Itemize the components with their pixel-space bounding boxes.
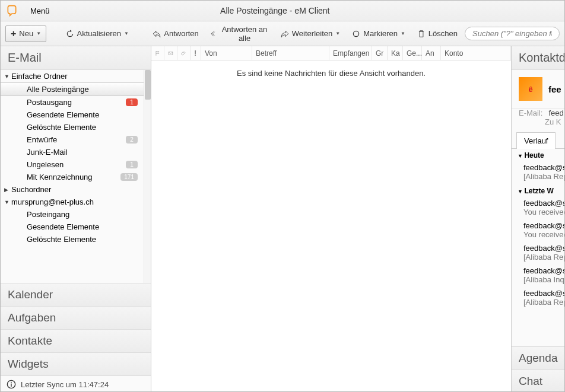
- exclaim-icon: !: [194, 49, 196, 58]
- avatar: ê: [519, 77, 542, 101]
- reply-all-button[interactable]: Antworten an alle: [206, 23, 274, 45]
- history-item[interactable]: feedback@s[Alibaba Rep: [512, 162, 564, 184]
- folder-unread[interactable]: Ungelesen1: [1, 158, 151, 171]
- tab-history[interactable]: Verlauf: [516, 132, 556, 149]
- col-readstate[interactable]: Ge...: [403, 46, 422, 60]
- nav-agenda[interactable]: Agenda: [512, 346, 564, 369]
- sidebar: E-Mail ▼Einfache Ordner Alle Posteingäng…: [1, 46, 151, 392]
- col-attach[interactable]: [177, 46, 191, 60]
- info-icon: [7, 380, 16, 389]
- trash-icon: [417, 30, 426, 38]
- contact-name: fee: [548, 84, 561, 94]
- message-list-pane: ! Von Betreff Empfangen Gr Ka Ge... An K…: [151, 46, 511, 392]
- delete-button[interactable]: Löschen: [412, 27, 462, 40]
- tree-scrollbar[interactable]: [144, 70, 151, 283]
- nav-contacts[interactable]: Kontakte: [1, 329, 151, 352]
- history-item[interactable]: feedback@s[Alibaba Rep: [512, 288, 564, 310]
- refresh-icon: [66, 30, 74, 38]
- contact-tabs: Verlauf: [512, 132, 564, 149]
- history-group-today[interactable]: Heute: [512, 149, 564, 162]
- folder-sent[interactable]: Gesendete Elemente: [1, 109, 151, 121]
- paperclip-icon: [181, 49, 186, 58]
- section-mail[interactable]: E-Mail: [1, 46, 151, 70]
- svg-point-0: [353, 31, 358, 36]
- nav-chat[interactable]: Chat: [512, 369, 564, 392]
- contact-card: ê fee: [512, 70, 564, 109]
- col-to[interactable]: An: [422, 46, 441, 60]
- column-headers: ! Von Betreff Empfangen Gr Ka Ge... An K…: [151, 46, 511, 60]
- col-account[interactable]: Konto: [441, 46, 511, 60]
- folder-group-search[interactable]: ▶Suchordner: [1, 183, 151, 196]
- folder-group-simple[interactable]: ▼Einfache Ordner: [1, 70, 151, 82]
- titlebar: Menü Alle Posteingänge - eM Client: [1, 1, 564, 21]
- new-button[interactable]: + Neu▼: [5, 26, 46, 42]
- nav-tasks[interactable]: Aufgaben: [1, 306, 151, 329]
- folder-tree: ▼Einfache Ordner Alle Posteingänge Posta…: [1, 70, 151, 283]
- toolbar: + Neu▼ Aktualisieren▼ Antworten Antworte…: [1, 21, 564, 46]
- nav-calendar[interactable]: Kalender: [1, 283, 151, 306]
- col-received[interactable]: Empfangen: [329, 46, 372, 60]
- svg-point-2: [11, 382, 12, 383]
- forward-icon: [281, 30, 289, 38]
- menu-button[interactable]: Menü: [23, 1, 57, 21]
- col-read[interactable]: [164, 46, 177, 60]
- folder-deleted[interactable]: Gelöschte Elemente: [1, 121, 151, 133]
- history-list: Heute feedback@s[Alibaba Rep Letzte W fe…: [512, 149, 564, 310]
- window-title: Alle Posteingänge - eM Client: [57, 6, 493, 15]
- col-flag[interactable]: [151, 46, 164, 60]
- col-category[interactable]: Ka: [388, 46, 403, 60]
- mark-icon: [352, 30, 360, 38]
- contact-details-header[interactable]: Kontaktd: [512, 46, 564, 70]
- folder-inbox[interactable]: Posteingang: [1, 208, 151, 221]
- envelope-icon: [168, 49, 173, 58]
- history-group-lastweek[interactable]: Letzte W: [512, 184, 564, 197]
- folder-junk[interactable]: Junk-E-Mail: [1, 146, 151, 158]
- reply-all-icon: [211, 30, 217, 38]
- search-wrap: [465, 27, 560, 40]
- refresh-button[interactable]: Aktualisieren▼: [61, 27, 134, 40]
- folder-all-inboxes[interactable]: Alle Posteingänge: [1, 82, 151, 96]
- col-priority[interactable]: !: [191, 46, 201, 60]
- col-size[interactable]: Gr: [372, 46, 388, 60]
- folder-flagged[interactable]: Mit Kennzeichnung171: [1, 171, 151, 183]
- folder-account-sent[interactable]: Gesendete Elemente: [1, 221, 151, 233]
- forward-button[interactable]: Weiterleiten▼: [276, 27, 345, 40]
- history-item[interactable]: feedback@s[Alibaba Rep: [512, 243, 564, 265]
- flag-icon: [155, 49, 160, 58]
- folder-outbox[interactable]: Postausgang1: [1, 96, 151, 109]
- col-from[interactable]: Von: [201, 46, 252, 60]
- folder-account-deleted[interactable]: Gelöschte Elemente: [1, 233, 151, 246]
- history-item[interactable]: feedback@sYou received: [512, 197, 564, 220]
- right-panel: Kontaktd ê fee E-Mail: feed Zu K Verlauf…: [511, 46, 564, 392]
- mark-button[interactable]: Markieren▼: [347, 27, 410, 40]
- reply-icon: [153, 30, 161, 38]
- search-input[interactable]: [465, 27, 560, 40]
- nav-widgets[interactable]: Widgets: [1, 352, 151, 375]
- empty-message: Es sind keine Nachrichten für diese Ansi…: [151, 60, 511, 86]
- folder-group-account[interactable]: ▼mursprung@net-plus.ch: [1, 196, 151, 208]
- app-logo: [1, 1, 23, 21]
- reply-button[interactable]: Antworten: [148, 27, 204, 40]
- contact-meta: E-Mail: feed Zu K: [512, 109, 564, 132]
- folder-drafts[interactable]: Entwürfe2: [1, 133, 151, 146]
- history-item[interactable]: feedback@s[Alibaba Inq: [512, 265, 564, 288]
- history-item[interactable]: feedback@sYou received: [512, 220, 564, 243]
- sync-status: Letzter Sync um 11:47:24: [1, 375, 151, 392]
- svg-rect-3: [11, 384, 11, 387]
- col-subject[interactable]: Betreff: [252, 46, 329, 60]
